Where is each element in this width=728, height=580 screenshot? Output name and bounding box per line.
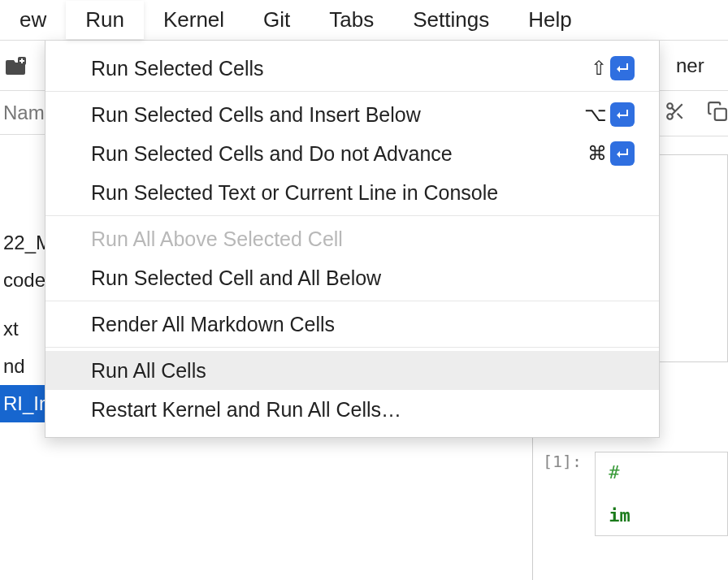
run-menu-dropdown: Run Selected Cells ⇧ Run Selected Cells … bbox=[45, 41, 660, 438]
enter-key-icon bbox=[610, 102, 635, 127]
menu-separator bbox=[46, 91, 659, 92]
menu-run-selected-insert-below[interactable]: Run Selected Cells and Insert Below ⌥ bbox=[46, 95, 659, 134]
menu-restart-run-all[interactable]: Restart Kernel and Run All Cells… bbox=[46, 390, 659, 429]
copy-icon[interactable] bbox=[707, 101, 728, 127]
menu-tabs[interactable]: Tabs bbox=[310, 1, 393, 39]
menu-shortcut: ⇧ bbox=[591, 56, 635, 80]
svg-rect-6 bbox=[715, 108, 726, 119]
shortcut-modifier: ⌘ bbox=[587, 142, 607, 165]
cell-prompt: [1]: bbox=[543, 452, 582, 471]
enter-key-icon bbox=[610, 141, 635, 166]
menu-kernel[interactable]: Kernel bbox=[144, 1, 244, 39]
code-keyword: im bbox=[609, 505, 630, 526]
svg-point-2 bbox=[667, 114, 673, 119]
svg-line-5 bbox=[672, 107, 675, 110]
menu-item-label: Run Selected Text or Current Line in Con… bbox=[91, 181, 635, 205]
menu-item-label: Run Selected Cells and Do not Advance bbox=[91, 142, 587, 166]
menu-item-label: Run Selected Cells bbox=[91, 57, 591, 80]
menu-shortcut: ⌥ bbox=[584, 102, 635, 127]
code-editor[interactable]: # im bbox=[595, 452, 728, 536]
menu-run-selected-and-below[interactable]: Run Selected Cell and All Below bbox=[46, 258, 659, 297]
shortcut-modifier: ⇧ bbox=[591, 57, 607, 80]
svg-point-1 bbox=[667, 103, 673, 109]
menu-run-text-in-console[interactable]: Run Selected Text or Current Line in Con… bbox=[46, 173, 659, 212]
new-folder-icon[interactable] bbox=[5, 54, 28, 77]
code-cell[interactable]: [1]: # im bbox=[543, 452, 728, 536]
menu-run-selected-no-advance[interactable]: Run Selected Cells and Do not Advance ⌘ bbox=[46, 134, 659, 173]
menubar: ew Run Kernel Git Tabs Settings Help bbox=[0, 0, 728, 41]
menu-help[interactable]: Help bbox=[509, 1, 591, 39]
scissors-icon[interactable] bbox=[665, 101, 686, 127]
menu-item-label: Restart Kernel and Run All Cells… bbox=[91, 398, 635, 422]
menu-item-label: Run All Cells bbox=[91, 359, 635, 383]
menu-shortcut: ⌘ bbox=[587, 141, 635, 166]
svg-line-4 bbox=[678, 113, 682, 118]
menu-separator bbox=[46, 347, 659, 348]
menu-settings[interactable]: Settings bbox=[393, 1, 509, 39]
menu-item-label: Render All Markdown Cells bbox=[91, 313, 635, 336]
menu-git[interactable]: Git bbox=[244, 1, 310, 39]
code-comment: # bbox=[609, 462, 619, 483]
menu-item-label: Run Selected Cell and All Below bbox=[91, 266, 635, 290]
menu-view-partial[interactable]: ew bbox=[0, 1, 66, 39]
menu-render-markdown[interactable]: Render All Markdown Cells bbox=[46, 305, 659, 344]
menu-item-label: Run All Above Selected Cell bbox=[91, 227, 635, 251]
menu-separator bbox=[46, 301, 659, 301]
menu-separator bbox=[46, 215, 659, 216]
menu-run-selected-cells[interactable]: Run Selected Cells ⇧ bbox=[46, 49, 659, 88]
menu-run[interactable]: Run bbox=[66, 1, 144, 39]
filebrowser-name-header[interactable]: nam bbox=[3, 102, 45, 124]
menu-item-label: Run Selected Cells and Insert Below bbox=[91, 103, 584, 127]
shortcut-modifier: ⌥ bbox=[584, 103, 607, 126]
menu-run-all-above: Run All Above Selected Cell bbox=[46, 219, 659, 258]
notebook-tab-label[interactable]: ner bbox=[676, 54, 704, 77]
enter-key-icon bbox=[610, 56, 635, 80]
menu-run-all-cells[interactable]: Run All Cells bbox=[46, 351, 659, 390]
